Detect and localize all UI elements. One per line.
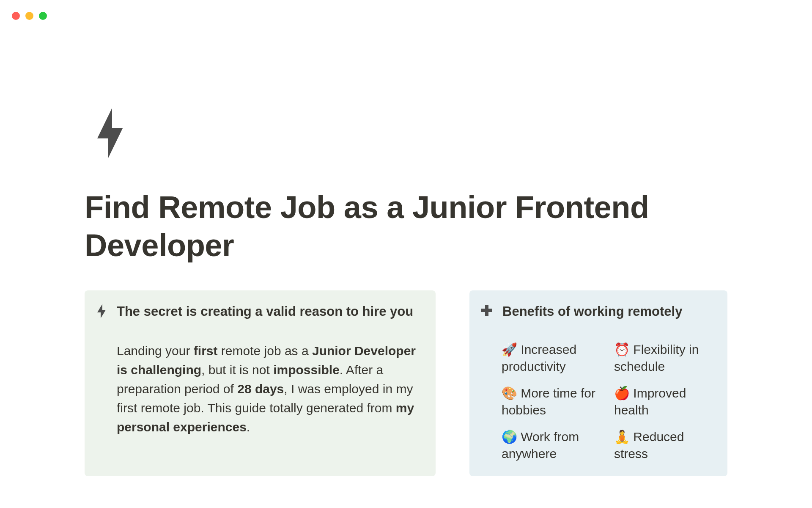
window-zoom-dot[interactable] bbox=[39, 12, 47, 20]
callout-benefits: Benefits of working remotely 🚀 Increased… bbox=[469, 290, 727, 476]
divider bbox=[117, 330, 422, 330]
window-minimize-dot[interactable] bbox=[25, 12, 33, 20]
window-close-dot[interactable] bbox=[12, 12, 20, 20]
lightning-bolt-icon bbox=[89, 108, 131, 159]
benefit-item: 🧘 Reduced stress bbox=[614, 428, 714, 463]
svg-marker-1 bbox=[97, 304, 106, 318]
lightning-icon bbox=[96, 304, 107, 320]
callout-header: The secret is creating a valid reason to… bbox=[96, 302, 422, 320]
benefit-item: ⏰ Flexibility in schedule bbox=[614, 341, 714, 375]
callout-title: The secret is creating a valid reason to… bbox=[117, 302, 413, 320]
benefit-item: 🎨 More time for hobbies bbox=[502, 385, 601, 419]
page-icon[interactable] bbox=[89, 108, 727, 159]
callout-header: Benefits of working remotely bbox=[480, 302, 714, 320]
window-traffic-lights bbox=[12, 12, 47, 20]
content-columns: The secret is creating a valid reason to… bbox=[85, 290, 727, 476]
benefit-item: 🍎 Improved health bbox=[614, 385, 714, 419]
svg-rect-3 bbox=[481, 309, 492, 312]
plus-icon bbox=[480, 304, 493, 318]
divider bbox=[502, 330, 714, 330]
callout-body-text[interactable]: Landing your first remote job as a Junio… bbox=[117, 341, 422, 436]
callout-title: Benefits of working remotely bbox=[502, 302, 682, 320]
benefits-grid: 🚀 Increased productivity ⏰ Flexibility i… bbox=[502, 341, 714, 463]
benefit-item: 🌍 Work from anywhere bbox=[502, 428, 601, 463]
callout-secret: The secret is creating a valid reason to… bbox=[85, 290, 436, 476]
svg-marker-0 bbox=[97, 108, 123, 159]
page-title[interactable]: Find Remote Job as a Junior Frontend Dev… bbox=[85, 188, 727, 265]
benefit-item: 🚀 Increased productivity bbox=[502, 341, 601, 375]
document-page: Find Remote Job as a Junior Frontend Dev… bbox=[85, 108, 727, 476]
